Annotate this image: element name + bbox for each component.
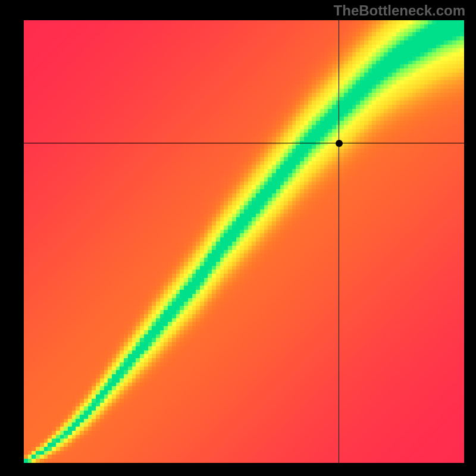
heatmap-canvas: [24, 20, 464, 463]
crosshair-horizontal: [24, 143, 464, 143]
watermark-text: TheBottleneck.com: [334, 2, 465, 19]
marker-point: [336, 140, 343, 147]
crosshair-vertical: [339, 20, 339, 463]
